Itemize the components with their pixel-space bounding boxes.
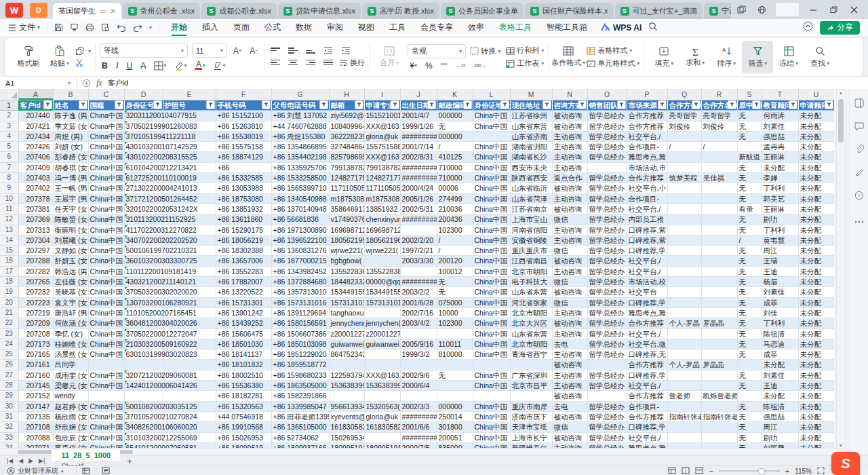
cell[interactable]: 124827175 [329, 173, 364, 183]
cell[interactable]: 上海市宝山 [510, 214, 552, 225]
cell[interactable]: +86 56681836 [271, 214, 329, 225]
cell[interactable]: 留学总经办 [587, 401, 627, 411]
cell[interactable]: China中国 [88, 235, 124, 245]
format-painter-button[interactable]: 格式刷 [13, 41, 44, 73]
increase-font-button[interactable]: A+ [231, 46, 243, 56]
cell[interactable]: +86 田菲老师1395 [271, 411, 329, 421]
cell[interactable]: +86 1533258500 [271, 173, 329, 183]
cell[interactable]: 刘素佳 [762, 121, 798, 131]
cell[interactable] [364, 391, 400, 401]
cell[interactable]: China中国 [88, 214, 124, 225]
cell[interactable]: 口碑推荐,学 [627, 422, 667, 432]
cell[interactable]: 320311200104077915 [124, 111, 163, 121]
cell[interactable]: 留学总经办 [587, 442, 627, 448]
cell[interactable] [701, 204, 737, 214]
cell[interactable]: China中国 [88, 339, 124, 349]
cell[interactable]: 社交平台,/ [627, 266, 667, 276]
cell[interactable]: 被动咨询 [552, 318, 587, 328]
cell[interactable]: 102300 [437, 225, 473, 235]
cell[interactable]: 社交平台,/ [627, 381, 667, 391]
cell[interactable] [701, 214, 737, 225]
cell[interactable]: 956613934 [329, 401, 364, 411]
cell[interactable]: 无 [737, 225, 762, 235]
cell[interactable]: 主动咨询 [552, 193, 587, 204]
column-header-D[interactable]: D [124, 89, 163, 100]
save-icon[interactable] [54, 23, 63, 32]
cell[interactable]: 2000/7/5 [400, 442, 437, 448]
cell[interactable]: / [667, 142, 701, 152]
cell[interactable]: +86 18874129 [216, 152, 271, 162]
cell[interactable]: 654101200007050581 [124, 442, 163, 448]
align-right-icon[interactable] [304, 60, 317, 66]
cell[interactable]: 口碑推荐,无 [627, 349, 667, 360]
cell[interactable]: 罗晶晶 [701, 318, 737, 328]
cell[interactable]: 河北省张家 [510, 297, 552, 307]
cell[interactable]: 马恋迪 [762, 339, 798, 349]
header-cell[interactable]: 邮政编码 [437, 100, 473, 111]
cell[interactable]: China中国 [473, 297, 510, 307]
cell[interactable]: 271302200004241013 [124, 183, 163, 193]
cell[interactable] [124, 391, 163, 401]
header-cell[interactable]: 合作方名称 [701, 100, 737, 111]
cell[interactable]: 广东省深圳 [510, 370, 552, 380]
row-number[interactable]: 12 [0, 214, 18, 225]
cell[interactable]: 430103200107142529 [124, 142, 163, 152]
cell[interactable]: 未分配 [798, 391, 834, 401]
cell[interactable] [701, 422, 737, 432]
row-number[interactable]: 11 [0, 204, 18, 214]
cell[interactable]: 410125 [437, 152, 473, 162]
cell[interactable]: 丁利利 [762, 225, 798, 235]
cell[interactable] [667, 204, 701, 214]
cell[interactable]: 153638399 [364, 381, 400, 391]
cell[interactable]: 301800 [437, 422, 473, 432]
menu-item-会员专享[interactable]: 会员专享 [413, 19, 460, 36]
cell[interactable]: 无 [737, 422, 762, 432]
cell[interactable]: 留学总经办 [587, 318, 627, 328]
cell[interactable] [587, 391, 627, 401]
cell[interactable]: 主动咨询 [552, 266, 587, 276]
header-cell[interactable]: 身份证地址 [473, 100, 510, 111]
cell[interactable]: 无 [737, 411, 762, 421]
cell[interactable]: 未分配 [798, 432, 834, 442]
cell[interactable]: 王丽淋 [762, 204, 798, 214]
cell[interactable]: 留学总经办 [587, 214, 627, 225]
cell[interactable]: 社交平台,/ [627, 204, 667, 214]
cell[interactable]: chenxinyur [364, 214, 400, 225]
cell[interactable]: 207369 [18, 214, 53, 225]
page-layout-icon[interactable] [102, 467, 110, 475]
cell[interactable]: 430321200211140121 [124, 277, 163, 287]
cell[interactable]: China中国 [473, 266, 510, 276]
formula-input[interactable]: 客户id [108, 78, 129, 88]
cell[interactable] [701, 432, 737, 442]
cell[interactable] [701, 297, 737, 307]
cell[interactable]: 210036 [437, 204, 473, 214]
align-middle-icon[interactable] [286, 48, 300, 54]
cell[interactable] [667, 152, 701, 162]
cell[interactable]: 207071 [18, 442, 53, 448]
header-cell[interactable]: 销售团队 [587, 100, 627, 111]
cell[interactable]: 340826200106060020 [124, 422, 163, 432]
cell[interactable]: 274499 [437, 193, 473, 204]
cell[interactable]: 任天宇 (女 [53, 204, 88, 214]
cell[interactable]: 留学总经办 [587, 183, 627, 193]
row-number[interactable]: 27 [0, 370, 18, 380]
cell[interactable]: +86 13053983 [216, 183, 271, 193]
cell[interactable] [701, 328, 737, 339]
cell[interactable]: 无 [737, 381, 762, 391]
header-cell[interactable]: 手机号码 [216, 100, 271, 111]
font-color-button[interactable]: A▾ [193, 62, 207, 70]
cell[interactable]: 110011 [437, 339, 473, 349]
cell[interactable]: 710000 [437, 173, 473, 183]
cell[interactable] [701, 183, 737, 193]
cell[interactable]: 207173 [18, 339, 53, 349]
cell[interactable]: 微信 [552, 214, 587, 225]
cell[interactable]: 天津市宝坻 [510, 422, 552, 432]
cell[interactable]: 留学总经办 [587, 246, 627, 256]
cell[interactable]: 主动咨询 [552, 442, 587, 448]
cell[interactable]: 207145 [18, 381, 53, 391]
cell[interactable]: 被动咨询 [552, 256, 587, 266]
cell[interactable]: wjrwe221( [329, 246, 364, 256]
cell[interactable]: 207440 [18, 111, 53, 121]
collapse-ribbon-icon[interactable] [803, 21, 813, 34]
cell[interactable] [701, 277, 737, 287]
